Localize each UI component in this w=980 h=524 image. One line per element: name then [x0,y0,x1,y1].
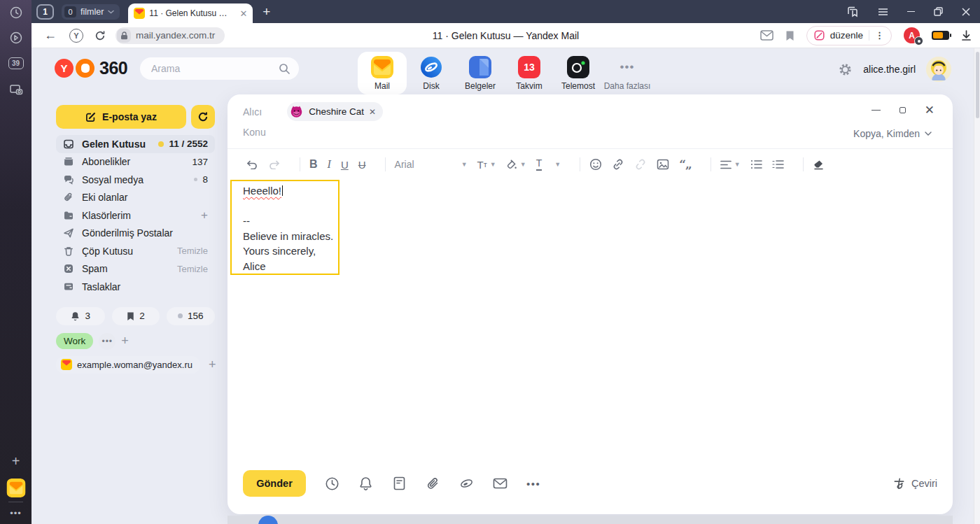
cc-from-toggle[interactable]: Kopya, Kimden [853,128,932,139]
compose-minimize-icon[interactable] [872,110,881,111]
reminder-icon[interactable] [358,476,373,491]
font-family-select[interactable]: Arial ▼ [395,159,468,170]
align-button[interactable]: ▼ [720,160,741,169]
tab-group-badge[interactable]: 1 [36,4,54,20]
history-icon[interactable] [9,6,23,20]
folder-sent[interactable]: Gönderilmiş Postalar [56,225,215,243]
rail-more-icon[interactable]: ••• [10,508,22,518]
service-mail[interactable]: Mail [358,52,407,94]
subject-input[interactable] [243,127,841,138]
yandex-browser-icon[interactable]: Y [69,29,83,43]
yandex-360-logo[interactable]: Y 360 [55,58,127,78]
italic-button[interactable]: I [328,158,331,171]
pinned-pill[interactable]: 2 [112,307,159,325]
folder-social[interactable]: Sosyal medya 8 [56,171,215,189]
translate-button[interactable]: Çeviri [892,477,937,490]
rail-add-icon[interactable]: + [12,453,20,469]
lock-icon[interactable] [117,29,131,43]
send-later-icon[interactable] [325,476,340,491]
template-icon[interactable] [392,476,407,491]
label-more-icon[interactable]: ••• [99,333,115,350]
recipient-chip[interactable]: Cheshire Cat ✕ [287,102,383,121]
active-tab[interactable]: 11 · Gelen Kutusu — Yan ✕ [128,3,253,23]
numbered-list-button[interactable] [772,160,784,169]
service-telemost[interactable]: Telemost [554,52,603,94]
add-folder-button[interactable]: + [201,208,208,222]
folder-attachments[interactable]: Eki olanlar [56,189,215,207]
scrollbar-thumb[interactable] [976,52,979,118]
folder-my-folders[interactable]: Klasörlerim + [56,206,215,225]
menu-icon[interactable] [878,8,888,16]
search-bar[interactable] [140,57,299,80]
attach-from-disk-icon[interactable] [459,476,474,491]
service-disk[interactable]: Disk [407,52,456,94]
mail-notifier-icon[interactable] [760,30,774,41]
refresh-button[interactable] [191,105,215,129]
folder-trash[interactable]: Çöp Kutusu Temizle [56,242,215,260]
redo-icon[interactable] [268,160,281,169]
clear-trash-button[interactable]: Temizle [177,246,208,256]
remove-link-button[interactable] [634,158,647,171]
label-work[interactable]: Work [56,333,93,349]
window-close-icon[interactable] [962,8,970,16]
folder-spam[interactable]: Spam Temizle [56,260,215,278]
compose-button[interactable]: E-posta yaz [56,105,186,129]
service-takvim[interactable]: 13 Takvim [505,52,554,94]
username[interactable]: alice.the.girl [863,64,916,75]
edit-button[interactable]: düzenle ⋮ [806,26,892,45]
new-tab-button[interactable]: + [262,4,270,20]
kebab-menu-icon[interactable]: ⋮ [875,30,884,41]
yandex-mail-app-icon[interactable] [6,479,25,497]
window-minimize-icon[interactable] [907,11,915,13]
blockquote-button[interactable]: “„ [679,157,692,171]
add-account-button[interactable]: + [209,357,216,372]
search-icon[interactable] [279,63,290,75]
bold-button[interactable]: B [309,158,318,171]
collapsed-tab-group[interactable]: 0 filmler [62,4,120,20]
play-sessions-icon[interactable] [9,31,23,45]
downloads-icon[interactable] [961,30,972,41]
send-button[interactable]: Gönder [243,470,306,497]
folder-subscriptions[interactable]: Abonelikler 137 [56,153,215,171]
url-bar[interactable]: mail.yandex.com.tr [115,27,225,44]
clear-formatting-button[interactable] [813,159,825,170]
folder-inbox[interactable]: Gelen Kutusu 11 / 2552 [56,135,215,153]
service-more[interactable]: ••• Daha fazlası [603,52,652,94]
reminders-pill[interactable]: 3 [56,307,105,325]
message-body[interactable]: Heeello! -- Believe in miracles. Yours s… [243,183,333,274]
reload-icon[interactable] [94,30,106,41]
bookmark-icon[interactable] [785,30,794,41]
undo-icon[interactable] [246,160,258,169]
insert-link-button[interactable] [612,158,624,171]
back-icon[interactable]: ← [44,28,57,43]
window-restore-icon[interactable] [934,7,943,16]
unread-pill[interactable]: 156 [167,307,215,325]
text-color-button[interactable]: T [536,158,542,170]
battery-saver-icon[interactable] [932,31,949,40]
folder-drafts[interactable]: Taslaklar [56,278,215,296]
side-panel-icon[interactable] [846,6,859,17]
service-belgeler[interactable]: Belgeler [456,52,505,94]
extension-avatar[interactable]: A [904,27,920,43]
emoji-button[interactable] [589,158,602,171]
user-avatar[interactable] [926,57,951,82]
compose-close-icon[interactable]: ✕ [925,104,934,116]
bullet-list-button[interactable] [750,160,762,169]
remove-recipient-icon[interactable]: ✕ [369,107,376,117]
add-label-button[interactable]: + [121,334,129,348]
envelope-icon[interactable] [493,476,507,491]
account-pill[interactable]: example.woman@yandex.ru [56,356,200,374]
scrollbar[interactable] [974,48,980,524]
screenshot-icon[interactable] [9,83,23,97]
strikethrough-button[interactable]: U [358,159,366,171]
clear-spam-button[interactable]: Temizle [177,264,208,274]
highlight-color-button[interactable]: ▼ [506,159,526,170]
font-size-select[interactable]: Tт▼ [477,159,496,171]
search-input[interactable] [151,63,279,74]
insert-image-button[interactable] [657,159,669,170]
settings-gear-icon[interactable] [838,62,853,77]
tab-close-icon[interactable]: ✕ [239,9,247,18]
attach-file-icon[interactable] [426,476,440,491]
tabs-count-badge[interactable]: 39 [8,57,24,69]
more-actions-icon[interactable]: ••• [526,478,540,490]
